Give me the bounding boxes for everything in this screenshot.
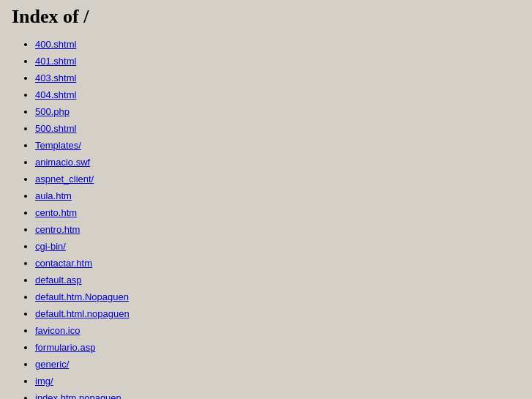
file-link[interactable]: aula.htm bbox=[35, 190, 72, 201]
list-item: 403.shtml bbox=[35, 70, 520, 86]
file-link[interactable]: Templates/ bbox=[35, 140, 81, 151]
file-link[interactable]: animacio.swf bbox=[35, 157, 90, 168]
list-item: index.htm.nopaguen bbox=[35, 390, 520, 399]
list-item: aspnet_client/ bbox=[35, 171, 520, 187]
file-link[interactable]: 403.shtml bbox=[35, 72, 76, 83]
list-item: img/ bbox=[35, 373, 520, 389]
file-link[interactable]: centro.htm bbox=[35, 224, 80, 235]
list-item: default.asp bbox=[35, 272, 520, 288]
file-link[interactable]: index.htm.nopaguen bbox=[35, 392, 121, 399]
list-item: formulario.asp bbox=[35, 340, 520, 355]
file-list: 400.shtml401.shtml403.shtml404.shtml500.… bbox=[12, 37, 520, 399]
list-item: default.html.nopaguen bbox=[35, 306, 520, 321]
file-link[interactable]: img/ bbox=[35, 376, 53, 387]
list-item: 404.shtml bbox=[35, 87, 520, 102]
list-item: animacio.swf bbox=[35, 154, 520, 170]
file-link[interactable]: 401.shtml bbox=[35, 56, 76, 67]
file-link[interactable]: default.htm.Nopaguen bbox=[35, 291, 129, 302]
file-link[interactable]: aspnet_client/ bbox=[35, 174, 94, 184]
list-item: centro.htm bbox=[35, 222, 520, 237]
list-item: generic/ bbox=[35, 357, 520, 372]
list-item: cgi-bin/ bbox=[35, 239, 520, 254]
list-item: 401.shtml bbox=[35, 53, 520, 69]
list-item: cento.htm bbox=[35, 205, 520, 220]
file-link[interactable]: cgi-bin/ bbox=[35, 241, 66, 252]
list-item: favicon.ico bbox=[35, 323, 520, 338]
file-link[interactable]: default.asp bbox=[35, 275, 82, 286]
list-item: contactar.htm bbox=[35, 256, 520, 271]
list-item: aula.htm bbox=[35, 188, 520, 204]
file-link[interactable]: 500.shtml bbox=[35, 123, 76, 134]
list-item: 400.shtml bbox=[35, 37, 520, 52]
page-title: Index of / bbox=[12, 6, 520, 28]
file-link[interactable]: generic/ bbox=[35, 359, 69, 370]
file-link[interactable]: default.html.nopaguen bbox=[35, 308, 130, 319]
file-link[interactable]: 500.php bbox=[35, 106, 70, 117]
file-link[interactable]: contactar.htm bbox=[35, 258, 92, 269]
list-item: 500.php bbox=[35, 104, 520, 119]
file-link[interactable]: 400.shtml bbox=[35, 39, 76, 50]
list-item: default.htm.Nopaguen bbox=[35, 289, 520, 305]
file-link[interactable]: favicon.ico bbox=[35, 325, 80, 336]
list-item: 500.shtml bbox=[35, 121, 520, 136]
list-item: Templates/ bbox=[35, 138, 520, 153]
file-link[interactable]: 404.shtml bbox=[35, 89, 76, 100]
file-link[interactable]: formulario.asp bbox=[35, 342, 95, 353]
file-link[interactable]: cento.htm bbox=[35, 207, 77, 218]
